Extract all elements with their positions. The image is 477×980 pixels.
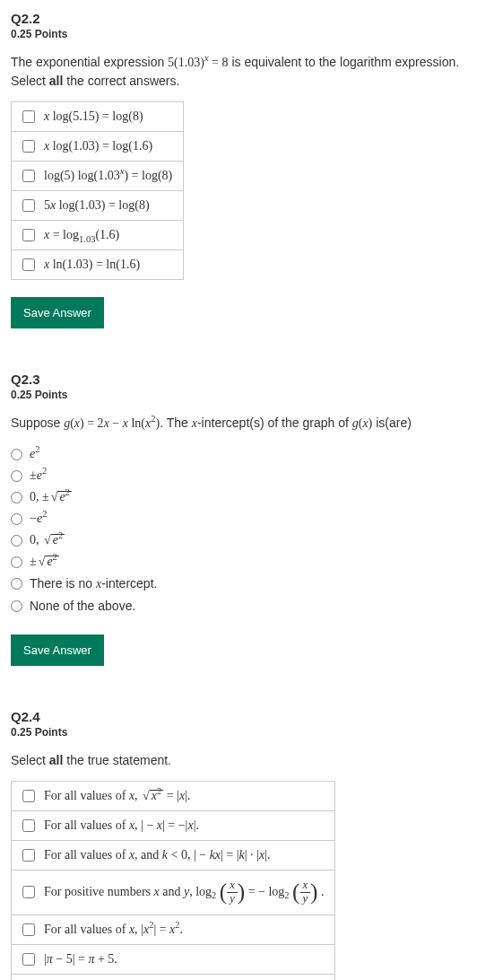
choice-row[interactable]: 0, ±e2 <box>11 486 466 508</box>
choice-checkbox[interactable] <box>22 229 35 241</box>
choice-label: x = log1.03(1.6) <box>44 228 119 242</box>
choices-container: For all values of x, x2 = |x|. For all v… <box>11 781 335 980</box>
choice-label: None of the above. <box>30 599 135 613</box>
stem-text: the correct answers. <box>63 74 179 88</box>
choice-row[interactable]: There is no x-intercept. <box>11 573 466 595</box>
stem-math: 5(1.03)x = 8 <box>168 56 228 69</box>
choice-checkbox[interactable] <box>22 953 35 966</box>
stem-text: is(are) <box>372 416 412 430</box>
choice-label: log(5) log(1.03x) = log(8) <box>44 169 172 183</box>
question-2-2: Q2.2 0.25 Points The exponential express… <box>11 11 466 328</box>
choice-label: There is no x-intercept. <box>30 576 157 591</box>
choice-label: e2 <box>30 447 39 461</box>
choice-label: For positive numbers x and y, log2 (xy) … <box>44 879 324 906</box>
choice-label: 0, e2 <box>30 533 65 547</box>
stem-bold: all <box>49 753 64 767</box>
stem-text: Select <box>11 753 49 767</box>
question-2-3: Q2.3 0.25 Points Suppose g(x) = 2x − x l… <box>11 372 466 666</box>
choice-label: x log(1.03) = log(1.6) <box>44 139 152 153</box>
choice-radio[interactable] <box>11 578 22 590</box>
choice-label: −e2 <box>30 512 47 526</box>
stem-math: x <box>192 416 197 430</box>
choice-radio[interactable] <box>11 470 22 482</box>
question-points: 0.25 Points <box>11 389 466 401</box>
stem-text: Suppose <box>11 416 64 430</box>
choice-label: ±e2 <box>30 468 47 483</box>
question-2-4: Q2.4 0.25 Points Select all the true sta… <box>11 709 466 980</box>
choice-label: ±e2 <box>30 555 59 569</box>
question-stem: Suppose g(x) = 2x − x ln(x2). The x-inte… <box>11 414 466 433</box>
stem-math: g(x) <box>352 416 373 430</box>
choice-row[interactable]: ±e2 <box>11 551 466 573</box>
choice-label: For all values of x, and k < 0, | − kx| … <box>44 848 270 862</box>
stem-text: the true statement. <box>63 753 171 767</box>
stem-bold: all <box>49 74 64 88</box>
choice-row[interactable]: x log(1.03) = log(1.6) <box>11 131 184 162</box>
question-stem: The exponential expression 5(1.03)x = 8 … <box>11 53 466 91</box>
choice-checkbox[interactable] <box>22 258 35 271</box>
choice-row[interactable]: log(5) log(1.03x) = log(8) <box>11 161 184 191</box>
choice-row[interactable]: 5x log(1.03) = log(8) <box>11 190 184 221</box>
save-answer-button[interactable]: Save Answer <box>11 634 104 666</box>
choice-row[interactable]: ±e2 <box>11 465 466 486</box>
choices-container: e2 ±e2 0, ±e2 −e2 0, e2 ±e2 There is no … <box>11 443 466 617</box>
choice-checkbox[interactable] <box>22 140 35 153</box>
choice-row[interactable]: |π − 5| = π + 5. <box>11 944 335 975</box>
choice-checkbox[interactable] <box>22 886 35 898</box>
stem-math: g(x) = 2x − x ln(x2) <box>64 416 160 430</box>
choice-label: x ln(1.03) = ln(1.6) <box>44 258 140 272</box>
choice-label: For all values of x, |x2| = x2. <box>44 923 183 937</box>
choice-row[interactable]: x log(5.15) = log(8) <box>11 101 184 132</box>
choice-radio[interactable] <box>11 535 22 547</box>
choice-row[interactable]: x = log1.03(1.6) <box>11 220 184 250</box>
question-points: 0.25 Points <box>11 28 466 40</box>
choice-row[interactable]: −e2 <box>11 508 466 529</box>
choices-container: x log(5.15) = log(8) x log(1.03) = log(1… <box>11 101 184 279</box>
question-title: Q2.2 <box>11 11 466 26</box>
choice-row[interactable]: For all values of x, and k < 0, | − kx| … <box>11 840 335 871</box>
choice-row[interactable]: For all values of x, |x2| = x2. <box>11 914 335 945</box>
choice-label: For all values of x, | − x| = −|x|. <box>44 818 199 833</box>
stem-text: . The <box>160 416 192 430</box>
choice-checkbox[interactable] <box>22 170 35 182</box>
choice-row[interactable]: None of the above. <box>11 595 466 617</box>
choice-label: 0, ±e2 <box>30 490 72 504</box>
save-answer-button[interactable]: Save Answer <box>11 297 104 328</box>
choice-checkbox[interactable] <box>22 110 35 123</box>
choice-radio[interactable] <box>11 492 22 503</box>
choice-label: 5x log(1.03) = log(8) <box>44 198 150 213</box>
choice-checkbox[interactable] <box>22 849 35 862</box>
choice-row[interactable]: For all values of x, x2 = |x|. <box>11 781 335 811</box>
choice-checkbox[interactable] <box>22 790 35 802</box>
choice-radio[interactable] <box>11 600 22 612</box>
choice-row[interactable]: e2 <box>11 443 466 465</box>
question-points: 0.25 Points <box>11 726 466 739</box>
choice-radio[interactable] <box>11 513 22 525</box>
choice-row[interactable]: x ln(1.03) = ln(1.6) <box>11 249 184 280</box>
choice-row[interactable]: For all values of x, | − x| = −|x|. <box>11 810 335 841</box>
question-title: Q2.3 <box>11 372 466 387</box>
stem-text: of the graph of <box>265 416 352 430</box>
choice-label: |π − 5| = π + 5. <box>44 952 117 967</box>
choice-row[interactable]: |π − 5| = π − 5. <box>11 974 335 980</box>
choice-checkbox[interactable] <box>22 923 35 936</box>
choice-row[interactable]: 0, e2 <box>11 529 466 551</box>
choice-checkbox[interactable] <box>22 199 35 212</box>
choice-row[interactable]: For positive numbers x and y, log2 (xy) … <box>11 870 335 915</box>
stem-text: The exponential expression <box>11 55 168 69</box>
question-title: Q2.4 <box>11 709 466 724</box>
choice-label: x log(5.15) = log(8) <box>44 109 143 124</box>
choice-radio[interactable] <box>11 556 22 568</box>
choice-radio[interactable] <box>11 449 22 460</box>
choice-label: For all values of x, x2 = |x|. <box>44 789 190 803</box>
choice-checkbox[interactable] <box>22 819 35 832</box>
question-stem: Select all the true statement. <box>11 751 466 770</box>
